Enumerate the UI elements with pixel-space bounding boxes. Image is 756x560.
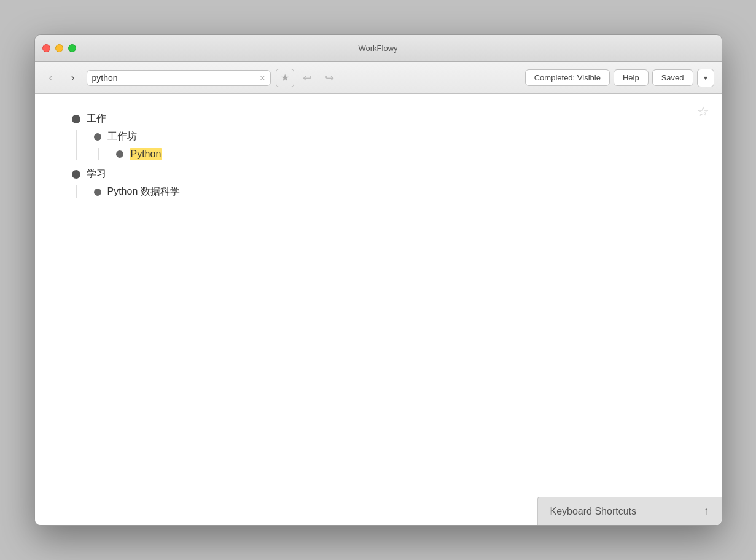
help-button[interactable]: Help (614, 69, 649, 86)
tree: 工作 工作坊 Python (35, 94, 722, 224)
content-area: ☆ 工作 工作坊 (35, 94, 722, 525)
tree-children-xuexi: Python 数据科学 (76, 185, 685, 198)
completed-visible-button[interactable]: Completed: Visible (525, 69, 610, 86)
bookmark-button[interactable]: ★ (276, 69, 294, 87)
dropdown-button[interactable]: ▾ (697, 69, 714, 87)
undo-redo-group: ↩ ↪ (299, 69, 338, 87)
forward-button[interactable]: › (64, 69, 82, 87)
item-label-gongzuofang: 工作坊 (107, 130, 137, 143)
keyboard-shortcuts-label: Keyboard Shortcuts (550, 506, 696, 517)
tree-grandchildren-gongzuofang: Python (98, 148, 685, 160)
item-label-python2: Python 数据科学 (107, 185, 180, 198)
search-clear-icon[interactable]: × (260, 74, 265, 82)
redo-button[interactable]: ↪ (321, 69, 338, 87)
tree-row-gongzuofang[interactable]: 工作坊 (94, 130, 685, 143)
keyboard-shortcuts-bar[interactable]: Keyboard Shortcuts ↑ (537, 497, 722, 525)
list-item: 工作 工作坊 Python (72, 112, 685, 160)
search-container: × (87, 70, 271, 86)
bullet-icon (116, 150, 123, 158)
close-button[interactable] (42, 44, 50, 52)
corner-star-icon[interactable]: ☆ (697, 104, 709, 120)
bullet-icon (72, 115, 80, 123)
tree-row-python2[interactable]: Python 数据科学 (94, 185, 685, 198)
window-title: WorkFlowy (358, 44, 397, 53)
toolbar: ‹ › × ★ ↩ ↪ Completed: Visible Help Save… (35, 62, 722, 94)
star-icon: ★ (281, 72, 289, 84)
keyboard-shortcuts-arrow-icon: ↑ (704, 505, 709, 518)
tree-row-gongzuo[interactable]: 工作 (72, 112, 685, 125)
tree-row-python1[interactable]: Python (116, 148, 685, 160)
tree-children-gongzuo: 工作坊 Python (76, 130, 685, 160)
bullet-icon (94, 133, 101, 141)
back-button[interactable]: ‹ (42, 69, 60, 87)
app-window: WorkFlowy ‹ › × ★ ↩ ↪ Completed: Visible… (34, 34, 722, 526)
saved-button[interactable]: Saved (652, 69, 693, 86)
tree-row-xuexi[interactable]: 学习 (72, 168, 685, 181)
item-label-xuexi: 学习 (87, 168, 106, 181)
bullet-icon (94, 189, 101, 196)
minimize-button[interactable] (55, 44, 63, 52)
item-label-gongzuo: 工作 (87, 112, 106, 125)
item-label-python1: Python (130, 148, 163, 160)
bullet-icon (72, 170, 80, 179)
undo-button[interactable]: ↩ (299, 69, 316, 87)
search-input[interactable] (92, 73, 257, 83)
highlight-python: Python (107, 186, 138, 196)
traffic-lights (42, 44, 76, 52)
list-item: 工作坊 Python (94, 130, 685, 160)
toolbar-right: Completed: Visible Help Saved ▾ (525, 69, 714, 87)
maximize-button[interactable] (68, 44, 76, 52)
title-bar: WorkFlowy (35, 35, 722, 62)
list-item: 学习 Python 数据科学 (72, 168, 685, 198)
